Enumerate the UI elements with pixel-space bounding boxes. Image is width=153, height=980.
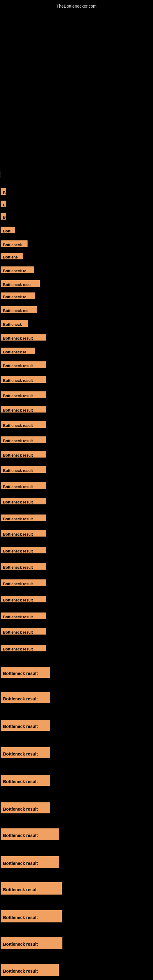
bottleneck-result-label-12[interactable]: Bottleneck [1,320,28,327]
bottleneck-result-label-15[interactable]: Bottleneck result [1,361,46,368]
bottleneck-result-label-4[interactable]: B [1,213,6,220]
bottleneck-result-label-2[interactable]: B [1,188,6,195]
bottleneck-result-label-45[interactable]: Bottleneck result [1,964,59,976]
bottleneck-result-label-27[interactable]: Bottleneck result [1,547,46,554]
bottleneck-result-label-21[interactable]: Bottleneck result [1,451,46,458]
bottleneck-result-label-8[interactable]: Bottleneck re [1,266,34,273]
bottleneck-result-label-36[interactable]: Bottleneck result [1,720,50,731]
bottleneck-result-label-20[interactable]: Bottleneck result [1,436,46,443]
bottleneck-result-label-9[interactable]: Bottleneck resu [1,280,40,287]
bottleneck-result-label-22[interactable]: Bottleneck result [1,466,46,473]
bottleneck-result-label-35[interactable]: Bottleneck result [1,692,50,703]
bottleneck-result-label-3[interactable]: E [1,200,6,207]
bottleneck-result-label-29[interactable]: Bottleneck result [1,579,46,586]
bottleneck-result-label-26[interactable]: Bottleneck result [1,530,46,536]
bottleneck-result-label-23[interactable]: Bottleneck result [1,482,46,489]
bottleneck-result-label-32[interactable]: Bottleneck result [1,628,46,635]
bottleneck-result-label-44[interactable]: Bottleneck result [1,937,62,949]
bottleneck-result-label-6[interactable]: Bottleneck [1,240,27,247]
bottleneck-result-label-34[interactable]: Bottleneck result [1,667,50,678]
bottleneck-result-label-10[interactable]: Bottleneck re [1,293,35,299]
bottleneck-result-label-37[interactable]: Bottleneck result [1,747,50,758]
bottleneck-result-label-5[interactable]: Bottl [1,227,15,233]
site-title: TheBottlenecker.com [0,1,153,11]
bottleneck-result-label-33[interactable]: Bottleneck result [1,645,46,651]
bottleneck-result-label-40[interactable]: Bottleneck result [1,829,59,840]
bottleneck-result-label-42[interactable]: Bottleneck result [1,882,62,894]
bottleneck-result-label-31[interactable]: Bottleneck result [1,612,46,619]
bottleneck-result-label-18[interactable]: Bottleneck result [1,406,46,412]
bottleneck-result-label-19[interactable]: Bottleneck result [1,421,46,428]
bottleneck-result-label-39[interactable]: Bottleneck result [1,802,50,813]
bottleneck-result-label-13[interactable]: Bottleneck result [1,334,46,340]
bottleneck-result-label-16[interactable]: Bottleneck result [1,376,46,383]
bottleneck-result-label-14[interactable]: Bottleneck re [1,348,35,354]
bottleneck-result-label-43[interactable]: Bottleneck result [1,910,62,923]
bottleneck-result-label-41[interactable]: Bottleneck result [1,856,59,868]
bottleneck-result-label-24[interactable]: Bottleneck result [1,498,46,504]
bottleneck-result-label-28[interactable]: Bottleneck result [1,563,46,570]
cursor-indicator [1,172,1,178]
bottleneck-result-label-17[interactable]: Bottleneck result [1,391,46,398]
bottleneck-result-label-7[interactable]: Bottlene [1,253,22,259]
bottleneck-result-label-38[interactable]: Bottleneck result [1,775,50,786]
bottleneck-result-label-11[interactable]: Bottleneck res [1,306,37,313]
bottleneck-result-label-30[interactable]: Bottleneck result [1,596,46,602]
bottleneck-result-label-25[interactable]: Bottleneck result [1,514,46,521]
